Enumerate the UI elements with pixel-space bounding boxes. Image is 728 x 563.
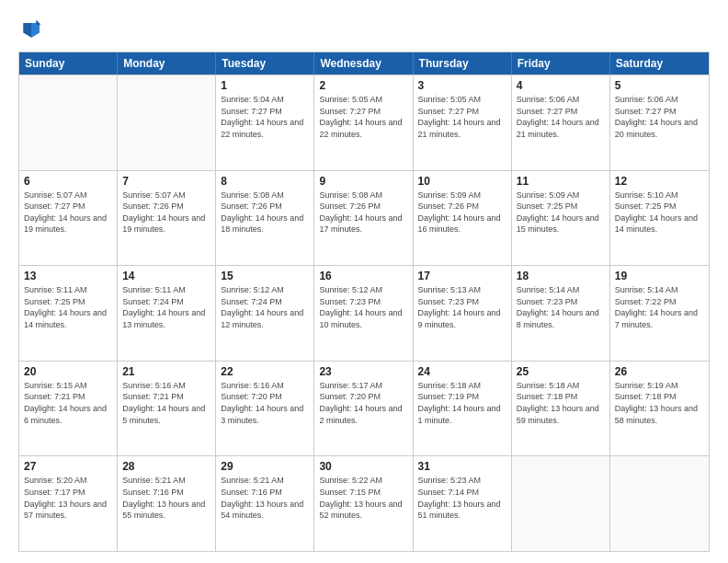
calendar-row-1: 6Sunrise: 5:07 AM Sunset: 7:27 PM Daylig… xyxy=(19,170,709,266)
calendar-cell xyxy=(610,456,709,551)
calendar-cell: 8Sunrise: 5:08 AM Sunset: 7:26 PM Daylig… xyxy=(216,171,314,266)
day-number: 8 xyxy=(221,175,309,188)
calendar-cell: 17Sunrise: 5:13 AM Sunset: 7:23 PM Dayli… xyxy=(414,266,512,361)
day-number: 7 xyxy=(122,175,210,188)
day-number: 19 xyxy=(615,270,704,282)
day-number: 1 xyxy=(221,79,309,92)
day-number: 12 xyxy=(615,175,704,188)
calendar-cell: 23Sunrise: 5:17 AM Sunset: 7:20 PM Dayli… xyxy=(314,362,413,456)
weekday-header-monday: Monday xyxy=(118,52,216,75)
weekday-header-thursday: Thursday xyxy=(414,52,512,75)
day-number: 14 xyxy=(122,270,210,282)
day-number: 9 xyxy=(319,175,407,188)
calendar-cell: 3Sunrise: 5:05 AM Sunset: 7:27 PM Daylig… xyxy=(414,75,512,170)
day-number: 26 xyxy=(615,365,704,378)
day-number: 4 xyxy=(517,79,605,92)
calendar-cell: 15Sunrise: 5:12 AM Sunset: 7:24 PM Dayli… xyxy=(216,266,314,361)
day-number: 28 xyxy=(122,460,210,473)
day-number: 11 xyxy=(517,175,605,188)
day-number: 10 xyxy=(418,175,506,188)
calendar-cell xyxy=(512,456,610,551)
calendar-cell: 24Sunrise: 5:18 AM Sunset: 7:19 PM Dayli… xyxy=(414,362,512,456)
calendar-cell: 19Sunrise: 5:14 AM Sunset: 7:22 PM Dayli… xyxy=(610,266,709,361)
calendar: SundayMondayTuesdayWednesdayThursdayFrid… xyxy=(18,52,710,552)
day-info: Sunrise: 5:08 AM Sunset: 7:26 PM Dayligh… xyxy=(221,190,309,236)
weekday-header-saturday: Saturday xyxy=(610,52,709,75)
calendar-cell: 13Sunrise: 5:11 AM Sunset: 7:25 PM Dayli… xyxy=(19,266,118,361)
calendar-cell: 7Sunrise: 5:07 AM Sunset: 7:26 PM Daylig… xyxy=(118,171,216,266)
weekday-header-friday: Friday xyxy=(512,52,610,75)
day-info: Sunrise: 5:18 AM Sunset: 7:18 PM Dayligh… xyxy=(517,380,605,426)
day-info: Sunrise: 5:07 AM Sunset: 7:27 PM Dayligh… xyxy=(24,190,112,236)
day-info: Sunrise: 5:08 AM Sunset: 7:26 PM Dayligh… xyxy=(319,190,407,236)
calendar-cell: 27Sunrise: 5:20 AM Sunset: 7:17 PM Dayli… xyxy=(19,456,118,551)
calendar-row-0: 1Sunrise: 5:04 AM Sunset: 7:27 PM Daylig… xyxy=(19,75,709,170)
day-info: Sunrise: 5:11 AM Sunset: 7:24 PM Dayligh… xyxy=(122,284,210,330)
day-number: 31 xyxy=(418,460,506,473)
day-info: Sunrise: 5:11 AM Sunset: 7:25 PM Dayligh… xyxy=(24,284,112,330)
calendar-cell: 30Sunrise: 5:22 AM Sunset: 7:15 PM Dayli… xyxy=(314,456,413,551)
calendar-row-4: 27Sunrise: 5:20 AM Sunset: 7:17 PM Dayli… xyxy=(19,455,709,551)
svg-marker-1 xyxy=(31,23,40,38)
day-info: Sunrise: 5:12 AM Sunset: 7:23 PM Dayligh… xyxy=(319,284,407,330)
day-info: Sunrise: 5:12 AM Sunset: 7:24 PM Dayligh… xyxy=(221,284,309,330)
day-info: Sunrise: 5:21 AM Sunset: 7:16 PM Dayligh… xyxy=(221,475,309,521)
day-info: Sunrise: 5:18 AM Sunset: 7:19 PM Dayligh… xyxy=(418,380,506,426)
day-number: 16 xyxy=(319,270,407,282)
day-number: 23 xyxy=(319,365,407,378)
svg-marker-2 xyxy=(36,20,40,25)
day-number: 24 xyxy=(418,365,506,378)
calendar-cell xyxy=(118,75,216,170)
calendar-cell: 5Sunrise: 5:06 AM Sunset: 7:27 PM Daylig… xyxy=(610,75,709,170)
day-number: 21 xyxy=(122,365,210,378)
day-info: Sunrise: 5:16 AM Sunset: 7:20 PM Dayligh… xyxy=(221,380,309,426)
calendar-cell: 12Sunrise: 5:10 AM Sunset: 7:25 PM Dayli… xyxy=(610,171,709,266)
day-number: 15 xyxy=(221,270,309,282)
day-number: 27 xyxy=(24,460,112,473)
day-number: 18 xyxy=(517,270,605,282)
calendar-cell: 4Sunrise: 5:06 AM Sunset: 7:27 PM Daylig… xyxy=(512,75,610,170)
day-info: Sunrise: 5:20 AM Sunset: 7:17 PM Dayligh… xyxy=(24,475,112,521)
calendar-cell xyxy=(19,75,118,170)
logo-icon xyxy=(18,17,44,42)
calendar-cell: 1Sunrise: 5:04 AM Sunset: 7:27 PM Daylig… xyxy=(216,75,314,170)
page: SundayMondayTuesdayWednesdayThursdayFrid… xyxy=(0,0,728,563)
day-info: Sunrise: 5:06 AM Sunset: 7:27 PM Dayligh… xyxy=(615,94,704,140)
day-info: Sunrise: 5:07 AM Sunset: 7:26 PM Dayligh… xyxy=(122,190,210,236)
calendar-cell: 26Sunrise: 5:19 AM Sunset: 7:18 PM Dayli… xyxy=(610,362,709,456)
day-info: Sunrise: 5:14 AM Sunset: 7:22 PM Dayligh… xyxy=(615,284,704,330)
day-number: 22 xyxy=(221,365,309,378)
day-info: Sunrise: 5:15 AM Sunset: 7:21 PM Dayligh… xyxy=(24,380,112,426)
calendar-cell: 31Sunrise: 5:23 AM Sunset: 7:14 PM Dayli… xyxy=(414,456,512,551)
day-info: Sunrise: 5:04 AM Sunset: 7:27 PM Dayligh… xyxy=(221,94,309,140)
day-number: 25 xyxy=(517,365,605,378)
day-number: 13 xyxy=(24,270,112,282)
calendar-cell: 11Sunrise: 5:09 AM Sunset: 7:25 PM Dayli… xyxy=(512,171,610,266)
day-info: Sunrise: 5:05 AM Sunset: 7:27 PM Dayligh… xyxy=(418,94,506,140)
day-info: Sunrise: 5:13 AM Sunset: 7:23 PM Dayligh… xyxy=(418,284,506,330)
day-info: Sunrise: 5:14 AM Sunset: 7:23 PM Dayligh… xyxy=(517,284,605,330)
day-info: Sunrise: 5:21 AM Sunset: 7:16 PM Dayligh… xyxy=(122,475,210,521)
day-number: 3 xyxy=(418,79,506,92)
calendar-cell: 6Sunrise: 5:07 AM Sunset: 7:27 PM Daylig… xyxy=(19,171,118,266)
calendar-cell: 9Sunrise: 5:08 AM Sunset: 7:26 PM Daylig… xyxy=(314,171,413,266)
day-info: Sunrise: 5:19 AM Sunset: 7:18 PM Dayligh… xyxy=(615,380,704,426)
day-number: 17 xyxy=(418,270,506,282)
calendar-cell: 14Sunrise: 5:11 AM Sunset: 7:24 PM Dayli… xyxy=(118,266,216,361)
calendar-cell: 25Sunrise: 5:18 AM Sunset: 7:18 PM Dayli… xyxy=(512,362,610,456)
day-number: 29 xyxy=(221,460,309,473)
day-info: Sunrise: 5:23 AM Sunset: 7:14 PM Dayligh… xyxy=(418,475,506,521)
calendar-row-3: 20Sunrise: 5:15 AM Sunset: 7:21 PM Dayli… xyxy=(19,361,709,456)
calendar-cell: 18Sunrise: 5:14 AM Sunset: 7:23 PM Dayli… xyxy=(512,266,610,361)
day-number: 2 xyxy=(319,79,407,92)
calendar-cell: 20Sunrise: 5:15 AM Sunset: 7:21 PM Dayli… xyxy=(19,362,118,456)
header xyxy=(18,17,710,42)
weekday-header-wednesday: Wednesday xyxy=(314,52,413,75)
day-info: Sunrise: 5:22 AM Sunset: 7:15 PM Dayligh… xyxy=(319,475,407,521)
calendar-cell: 21Sunrise: 5:16 AM Sunset: 7:21 PM Dayli… xyxy=(118,362,216,456)
calendar-cell: 2Sunrise: 5:05 AM Sunset: 7:27 PM Daylig… xyxy=(314,75,413,170)
day-number: 30 xyxy=(319,460,407,473)
calendar-row-2: 13Sunrise: 5:11 AM Sunset: 7:25 PM Dayli… xyxy=(19,265,709,361)
logo xyxy=(18,17,48,42)
calendar-cell: 28Sunrise: 5:21 AM Sunset: 7:16 PM Dayli… xyxy=(118,456,216,551)
